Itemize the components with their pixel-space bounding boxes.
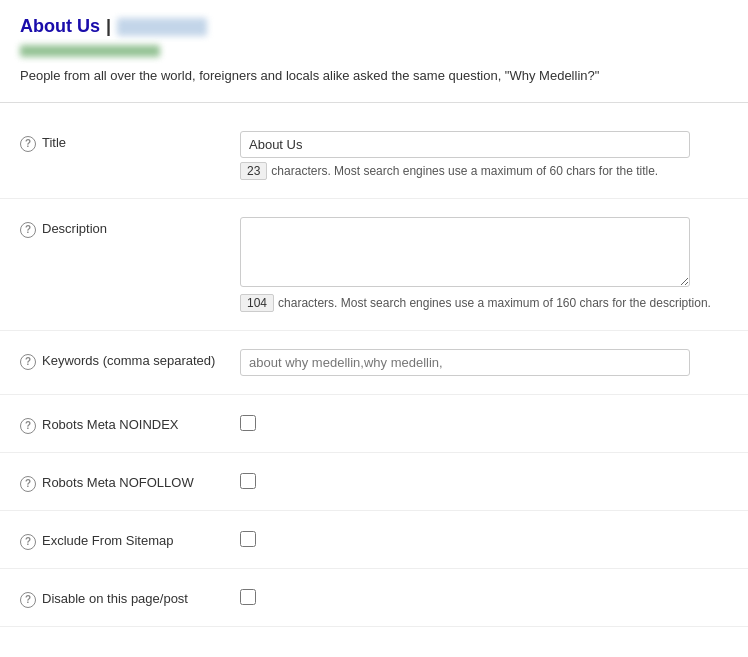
label-disable-page: Disable on this page/post bbox=[42, 591, 188, 606]
control-col-noindex bbox=[240, 413, 728, 434]
description-textarea[interactable] bbox=[240, 217, 690, 287]
help-icon-description[interactable]: ? bbox=[20, 222, 36, 238]
nofollow-checkbox[interactable] bbox=[240, 473, 256, 489]
form-row-exclude-sitemap: ? Exclude From Sitemap bbox=[0, 511, 748, 569]
label-keywords: Keywords (comma separated) bbox=[42, 353, 215, 368]
description-char-count-note: characters. Most search engines use a ma… bbox=[278, 296, 711, 310]
help-icon-exclude-sitemap[interactable]: ? bbox=[20, 534, 36, 550]
form-row-title: ? Title 23 characters. Most search engin… bbox=[0, 113, 748, 199]
form-row-keywords: ? Keywords (comma separated) bbox=[0, 331, 748, 395]
preview-section: About Us | People from all over the worl… bbox=[0, 0, 748, 103]
label-col-title: ? Title bbox=[20, 131, 240, 152]
title-char-count-row: 23 characters. Most search engines use a… bbox=[240, 162, 728, 180]
form-row-description: ? Description 104 characters. Most searc… bbox=[0, 199, 748, 331]
control-col-description: 104 characters. Most search engines use … bbox=[240, 217, 728, 312]
disable-page-checkbox[interactable] bbox=[240, 589, 256, 605]
preview-url-row bbox=[20, 45, 728, 60]
label-col-description: ? Description bbox=[20, 217, 240, 238]
label-col-noindex: ? Robots Meta NOINDEX bbox=[20, 413, 240, 434]
help-icon-noindex[interactable]: ? bbox=[20, 418, 36, 434]
label-col-exclude-sitemap: ? Exclude From Sitemap bbox=[20, 529, 240, 550]
title-char-count: 23 bbox=[240, 162, 267, 180]
exclude-sitemap-checkbox[interactable] bbox=[240, 531, 256, 547]
form-row-disable-page: ? Disable on this page/post bbox=[0, 569, 748, 627]
control-col-exclude-sitemap bbox=[240, 529, 728, 550]
preview-snippet: People from all over the world, foreigne… bbox=[20, 66, 728, 86]
label-col-keywords: ? Keywords (comma separated) bbox=[20, 349, 240, 370]
label-col-nofollow: ? Robots Meta NOFOLLOW bbox=[20, 471, 240, 492]
control-col-disable-page bbox=[240, 587, 728, 608]
label-col-disable-page: ? Disable on this page/post bbox=[20, 587, 240, 608]
help-icon-keywords[interactable]: ? bbox=[20, 354, 36, 370]
form-row-nofollow: ? Robots Meta NOFOLLOW bbox=[0, 453, 748, 511]
noindex-checkbox[interactable] bbox=[240, 415, 256, 431]
label-description: Description bbox=[42, 221, 107, 236]
help-icon-disable-page[interactable]: ? bbox=[20, 592, 36, 608]
description-char-count-row: 104 characters. Most search engines use … bbox=[240, 294, 728, 312]
title-char-count-note: characters. Most search engines use a ma… bbox=[271, 164, 658, 178]
blurred-site-name bbox=[117, 18, 207, 36]
label-noindex: Robots Meta NOINDEX bbox=[42, 417, 179, 432]
control-col-keywords bbox=[240, 349, 728, 376]
preview-separator: | bbox=[106, 16, 111, 37]
form-section: ? Title 23 characters. Most search engin… bbox=[0, 103, 748, 637]
description-char-count: 104 bbox=[240, 294, 274, 312]
title-input[interactable] bbox=[240, 131, 690, 158]
control-col-nofollow bbox=[240, 471, 728, 492]
label-title: Title bbox=[42, 135, 66, 150]
help-icon-nofollow[interactable]: ? bbox=[20, 476, 36, 492]
preview-page-title[interactable]: About Us bbox=[20, 16, 100, 37]
label-exclude-sitemap: Exclude From Sitemap bbox=[42, 533, 174, 548]
help-icon-title[interactable]: ? bbox=[20, 136, 36, 152]
preview-title-row: About Us | bbox=[20, 16, 728, 37]
blurred-url bbox=[20, 45, 160, 57]
control-col-title: 23 characters. Most search engines use a… bbox=[240, 131, 728, 180]
label-nofollow: Robots Meta NOFOLLOW bbox=[42, 475, 194, 490]
keywords-input[interactable] bbox=[240, 349, 690, 376]
form-row-noindex: ? Robots Meta NOINDEX bbox=[0, 395, 748, 453]
